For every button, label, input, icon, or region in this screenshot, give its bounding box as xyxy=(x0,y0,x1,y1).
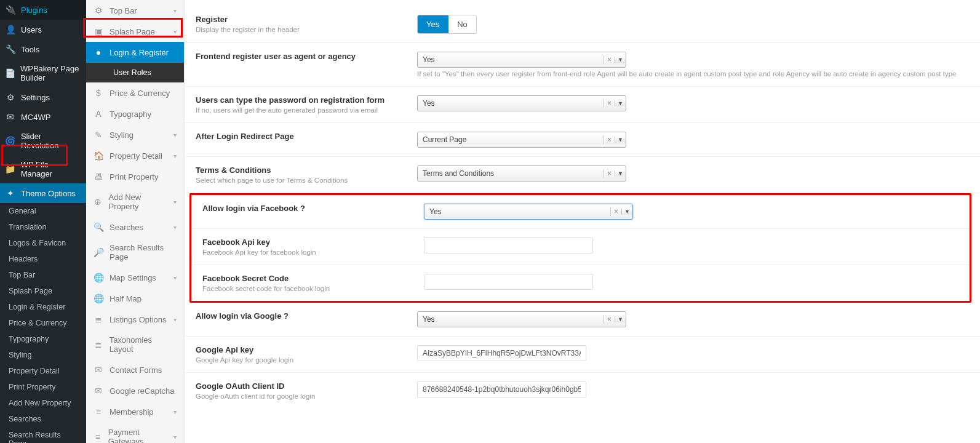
opt-splash-page[interactable]: ▣Splash Page▾ xyxy=(86,21,184,42)
wp-menu-theme-options[interactable]: ✦Theme Options xyxy=(0,183,86,203)
opt-half-map[interactable]: 🌐Half Map xyxy=(86,288,184,309)
field-label: Frontend register user as agent or agenc… xyxy=(196,52,399,61)
password-select[interactable]: Yes × ▼ xyxy=(417,95,626,111)
wp-submenu-property-detail[interactable]: Property Detail xyxy=(0,363,86,379)
register-toggle[interactable]: Yes No xyxy=(417,15,477,34)
opt-typography[interactable]: ATypography xyxy=(86,103,184,124)
menu-label: Tools xyxy=(21,45,39,54)
opt-print-property[interactable]: 🖶Print Property xyxy=(86,166,184,187)
settings-panel: Register Display the register in the hea… xyxy=(185,0,980,443)
fb-api-input[interactable] xyxy=(424,237,593,253)
wp-menu-wpbakery-page-builder[interactable]: 📄WPBakery Page Builder xyxy=(0,59,86,87)
option-icon: 🏠 xyxy=(94,151,103,161)
wp-submenu-add-new-property[interactable]: Add New Property xyxy=(0,395,86,411)
option-label: Map Settings xyxy=(110,273,156,282)
wp-admin-sidebar: 🔌Plugins👤Users🔧Tools📄WPBakery Page Build… xyxy=(0,0,86,443)
chevron-down-icon: ▾ xyxy=(173,153,177,159)
menu-label: WP File Manager xyxy=(21,160,81,178)
opt-listings-options[interactable]: ≣Listings Options▾ xyxy=(86,309,184,330)
chevron-down-icon[interactable]: ▼ xyxy=(615,57,626,63)
chevron-down-icon: ▾ xyxy=(173,316,177,323)
terms-select[interactable]: Terms and Conditions × ▼ xyxy=(417,166,626,182)
opt-searches[interactable]: 🔍Searches▾ xyxy=(86,217,184,237)
g-oauth-input[interactable] xyxy=(417,381,586,397)
wp-submenu-typography[interactable]: Typography xyxy=(0,331,86,347)
opt-taxonomies-layout[interactable]: ≣Taxonomies Layout xyxy=(86,330,184,359)
field-terms: Terms & Conditions Select which page to … xyxy=(185,157,980,193)
opt-price-currency[interactable]: $Price & Currency xyxy=(86,82,184,103)
menu-icon: 🌀 xyxy=(5,136,16,146)
wp-submenu-headers[interactable]: Headers xyxy=(0,251,86,267)
wp-submenu-login-register[interactable]: Login & Register xyxy=(0,299,86,315)
opt-google-recaptcha[interactable]: ✉Google reCaptcha xyxy=(86,380,184,401)
wp-menu-plugins[interactable]: 🔌Plugins xyxy=(0,0,86,20)
clear-icon[interactable]: × xyxy=(604,135,615,144)
clear-icon[interactable]: × xyxy=(604,99,615,108)
chevron-down-icon[interactable]: ▼ xyxy=(621,209,632,215)
toggle-no[interactable]: No xyxy=(448,15,476,33)
wp-menu-wp-file-manager[interactable]: 📁WP File Manager xyxy=(0,155,86,183)
option-label: Payment Gateways xyxy=(108,428,167,443)
chevron-down-icon[interactable]: ▼ xyxy=(615,100,626,106)
chevron-down-icon: ▾ xyxy=(173,409,177,415)
wp-submenu-styling[interactable]: Styling xyxy=(0,347,86,363)
chevron-down-icon[interactable]: ▼ xyxy=(615,316,626,322)
option-icon: $ xyxy=(94,88,103,98)
opt-add-new-property[interactable]: ⊕Add New Property▾ xyxy=(86,187,184,217)
wp-menu-mc4wp[interactable]: ✉MC4WP xyxy=(0,107,86,127)
field-label: Facebook Secret Code xyxy=(202,274,405,283)
opt-login-register[interactable]: ●Login & Register xyxy=(86,42,184,63)
toggle-yes[interactable]: Yes xyxy=(418,15,448,33)
field-g-api: Google Api key Google Api key for google… xyxy=(185,337,980,373)
field-redirect: After Login Redirect Page Current Page ×… xyxy=(185,123,980,157)
opt-membership[interactable]: ≡Membership▾ xyxy=(86,401,184,422)
wp-submenu-search-results-page[interactable]: Search Results Page xyxy=(0,427,86,443)
chevron-down-icon[interactable]: ▼ xyxy=(615,170,626,177)
option-icon: 🔎 xyxy=(94,247,103,257)
field-description: Google oAuth client id for google login xyxy=(196,393,399,400)
option-icon: ● xyxy=(94,47,103,57)
clear-icon[interactable]: × xyxy=(604,55,615,64)
opt-styling[interactable]: ✎Styling▾ xyxy=(86,124,184,145)
wp-submenu-top-bar[interactable]: Top Bar xyxy=(0,267,86,283)
option-label: Google reCaptcha xyxy=(110,386,175,396)
wp-menu-users[interactable]: 👤Users xyxy=(0,20,86,39)
field-fb-api: Facebook Api key Facebook Api key for fa… xyxy=(191,229,970,265)
g-allow-select[interactable]: Yes × ▼ xyxy=(417,311,626,327)
field-label: Google Api key xyxy=(196,345,399,354)
option-label: Taxonomies Layout xyxy=(110,335,177,354)
opt-property-detail[interactable]: 🏠Property Detail▾ xyxy=(86,145,184,166)
wp-submenu-price-currency[interactable]: Price & Currency xyxy=(0,315,86,331)
opt-top-bar[interactable]: ⚙Top Bar▾ xyxy=(86,0,184,21)
wp-submenu-logos-favicon[interactable]: Logos & Favicon xyxy=(0,235,86,251)
chevron-down-icon[interactable]: ▼ xyxy=(615,137,626,143)
opt-map-settings[interactable]: 🌐Map Settings▾ xyxy=(86,267,184,288)
opt-user-roles[interactable]: User Roles xyxy=(86,63,184,82)
highlight-facebook-group: Allow login via Facebook ? Yes × ▼ Faceb… xyxy=(189,193,971,303)
wp-submenu-print-property[interactable]: Print Property xyxy=(0,379,86,395)
opt-contact-forms[interactable]: ✉Contact Forms xyxy=(86,359,184,380)
wp-submenu-translation[interactable]: Translation xyxy=(0,219,86,235)
opt-search-results-page[interactable]: 🔎Search Results Page xyxy=(86,237,184,267)
select-value: Yes xyxy=(418,315,604,324)
option-label: Contact Forms xyxy=(110,365,162,375)
fb-allow-select[interactable]: Yes × ▼ xyxy=(424,204,633,220)
fb-secret-input[interactable] xyxy=(424,274,593,290)
field-description: Display the register in the header xyxy=(196,26,399,33)
frontend-agent-select[interactable]: Yes × ▼ xyxy=(417,52,626,68)
field-fb-allow: Allow login via Facebook ? Yes × ▼ xyxy=(191,195,970,229)
wp-submenu-splash-page[interactable]: Splash Page xyxy=(0,283,86,299)
wp-submenu-general[interactable]: General xyxy=(0,203,86,219)
clear-icon[interactable]: × xyxy=(604,315,615,324)
option-label: Listings Options xyxy=(110,315,167,324)
clear-icon[interactable]: × xyxy=(604,169,615,178)
wp-submenu-searches[interactable]: Searches xyxy=(0,411,86,427)
wp-menu-settings[interactable]: ⚙Settings xyxy=(0,87,86,107)
field-label: Users can type the password on registrat… xyxy=(196,95,399,105)
wp-menu-tools[interactable]: 🔧Tools xyxy=(0,39,86,59)
wp-menu-slider-revolution[interactable]: 🌀Slider Revolution xyxy=(0,127,86,155)
redirect-select[interactable]: Current Page × ▼ xyxy=(417,132,626,148)
g-api-input[interactable] xyxy=(417,345,586,361)
clear-icon[interactable]: × xyxy=(610,207,621,216)
opt-payment-gateways[interactable]: ≡Payment Gateways▾ xyxy=(86,422,184,443)
